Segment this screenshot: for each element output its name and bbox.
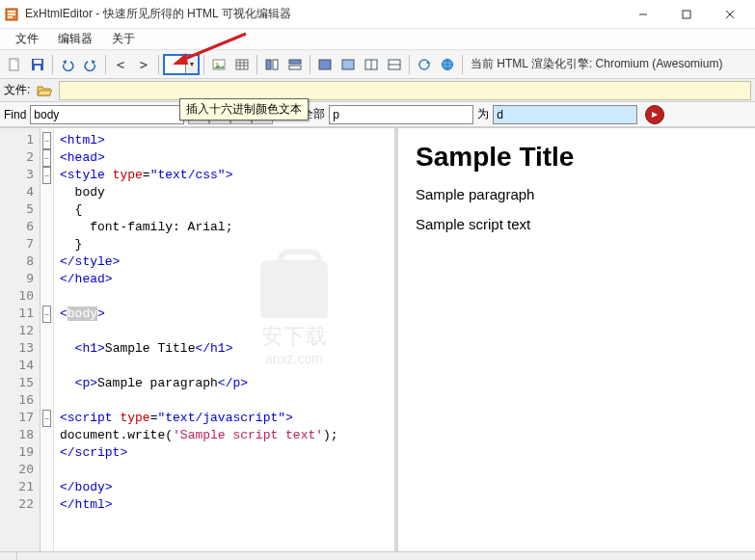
new-file-icon[interactable]: [4, 54, 25, 75]
find-input[interactable]: [30, 105, 184, 124]
open-folder-icon[interactable]: [34, 80, 55, 101]
svg-marker-39: [38, 91, 52, 95]
find-label: Find: [4, 108, 26, 121]
svg-rect-11: [34, 60, 41, 64]
file-label: 文件:: [4, 82, 30, 98]
split-horizontal-icon[interactable]: [261, 54, 283, 75]
pane3-icon[interactable]: [361, 54, 382, 75]
pane2-icon[interactable]: [337, 54, 359, 75]
svg-rect-12: [35, 66, 40, 70]
svg-rect-24: [273, 60, 278, 69]
horizontal-scrollbar[interactable]: [0, 551, 755, 560]
undo-icon[interactable]: [57, 54, 78, 75]
svg-rect-27: [319, 60, 331, 69]
replace-from-input[interactable]: [329, 105, 473, 124]
code-editor[interactable]: 12345678910111213141516171819202122 −−−−…: [0, 128, 398, 551]
preview-paragraph-1: Sample paragraph: [416, 186, 738, 202]
nav-back-button[interactable]: <: [110, 54, 131, 75]
app-icon: [4, 7, 19, 22]
svg-rect-23: [266, 60, 271, 69]
preview-pane: Sample Title Sample paragraph Sample scr…: [398, 128, 755, 551]
window-title: ExHtmlEditor - 快速所见所得的 HTML 可视化编辑器: [25, 6, 621, 22]
table-icon[interactable]: [231, 54, 253, 75]
replace-go-button[interactable]: [645, 105, 664, 124]
code-area[interactable]: <html><head><style type="text/css"> body…: [54, 128, 394, 551]
redo-icon[interactable]: [80, 54, 101, 75]
preview-paragraph-2: Sample script text: [416, 216, 738, 232]
svg-point-33: [419, 60, 429, 69]
close-button[interactable]: [708, 1, 751, 28]
main-area: 12345678910111213141516171819202122 −−−−…: [0, 127, 755, 551]
svg-rect-26: [289, 66, 301, 69]
fold-column[interactable]: −−−−−: [40, 128, 54, 551]
filebar: 文件:: [0, 79, 755, 102]
minimize-button[interactable]: [621, 1, 664, 28]
toolbar: < > ▾ 当前 HTML 渲染化引擎: Chromium (Awesomium…: [0, 50, 755, 79]
menu-about[interactable]: 关于: [102, 29, 145, 49]
maximize-button[interactable]: [664, 1, 708, 28]
svg-marker-13: [63, 60, 67, 65]
replace-to-label: 为: [477, 106, 489, 122]
findbar: Find A 替换全部 为: [0, 102, 755, 127]
browser-icon[interactable]: [437, 54, 458, 75]
menubar: 文件 编辑器 关于: [0, 29, 755, 50]
menu-file[interactable]: 文件: [6, 29, 48, 49]
color-picker-combo[interactable]: ▾: [163, 54, 200, 75]
line-number-gutter: 12345678910111213141516171819202122: [0, 128, 40, 551]
svg-rect-28: [342, 60, 354, 69]
render-engine-label: 当前 HTML 渲染化引擎: Chromium (Awesomium): [471, 56, 722, 72]
svg-rect-18: [236, 60, 248, 69]
image-icon[interactable]: [208, 54, 229, 75]
split-vertical-icon[interactable]: [284, 54, 306, 75]
pane4-icon[interactable]: [384, 54, 405, 75]
nav-forward-button[interactable]: >: [133, 54, 154, 75]
titlebar: ExHtmlEditor - 快速所见所得的 HTML 可视化编辑器: [0, 0, 755, 29]
svg-marker-43: [652, 112, 658, 118]
svg-marker-14: [92, 60, 95, 65]
save-icon[interactable]: [27, 54, 48, 75]
file-path-input[interactable]: [59, 81, 751, 100]
pane1-icon[interactable]: [314, 54, 336, 75]
svg-rect-2: [8, 13, 15, 15]
refresh-icon[interactable]: [414, 54, 435, 75]
svg-rect-5: [683, 11, 690, 18]
svg-rect-25: [289, 60, 301, 64]
tooltip: 插入十六进制颜色文本: [179, 98, 309, 120]
preview-heading: Sample Title: [416, 142, 738, 173]
svg-rect-1: [8, 11, 15, 13]
svg-rect-3: [8, 16, 13, 18]
replace-to-input[interactable]: [493, 105, 637, 124]
menu-editor[interactable]: 编辑器: [48, 29, 102, 49]
